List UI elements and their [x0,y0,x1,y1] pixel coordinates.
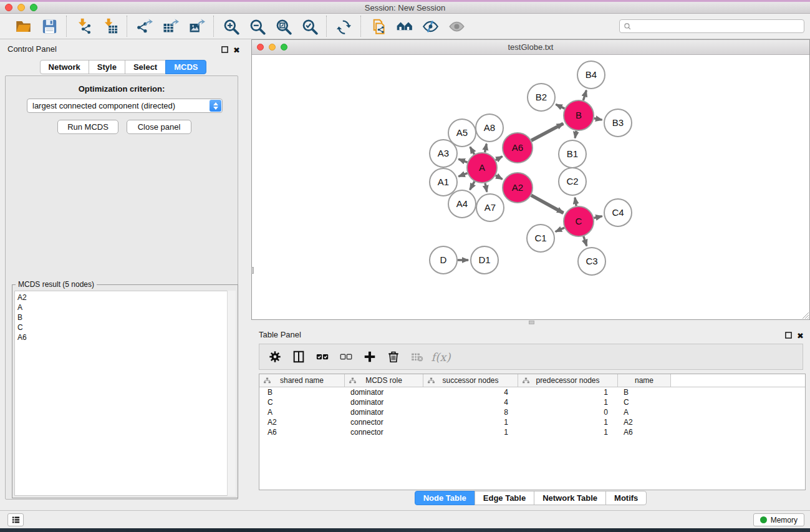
search-field[interactable] [619,19,804,33]
edge-A-A4[interactable] [470,181,475,190]
resize-grip[interactable] [801,311,809,319]
splitter-handle[interactable] [529,321,534,324]
tab-select[interactable]: Select [125,60,166,74]
save-session-button[interactable] [38,16,60,36]
edge-B-B4[interactable] [583,90,586,100]
tab-motifs[interactable]: Motifs [605,491,647,505]
task-history-button[interactable] [7,513,24,526]
cell-predecessor-nodes[interactable]: 1 [518,427,618,437]
result-item[interactable]: B [17,312,235,322]
network-minimize-button[interactable] [269,44,276,51]
edge-A-A2[interactable] [496,175,503,179]
cell-predecessor-nodes[interactable]: 1 [518,387,618,397]
import-network-button[interactable] [72,16,95,36]
delete-table-button[interactable] [407,346,428,367]
edge-C-C2[interactable] [575,198,576,206]
zoom-in-button[interactable] [219,16,242,36]
result-scrollbar[interactable] [227,291,236,496]
edge-A-A1[interactable] [458,173,467,177]
tab-network-table[interactable]: Network Table [534,491,606,505]
cell-MCDS-role[interactable]: connector [345,427,423,437]
node-A3[interactable]: A3 [430,140,457,167]
tab-edge-table[interactable]: Edge Table [475,491,534,505]
cell-MCDS-role[interactable]: dominator [345,387,423,397]
edge-B-B3[interactable] [594,118,602,120]
column-header-predecessor-nodes[interactable]: predecessor nodes [518,374,618,387]
cell-name[interactable]: C [618,397,671,407]
result-item[interactable]: A6 [17,332,235,342]
node-C3[interactable]: C3 [578,248,605,275]
node-B[interactable]: B [564,100,594,130]
zoom-selected-button[interactable] [298,16,321,36]
node-B3[interactable]: B3 [604,109,632,137]
table-row[interactable]: Cdominator41C [259,397,805,407]
node-B1[interactable]: B1 [559,140,586,168]
edge-B-B2[interactable] [556,104,564,109]
network-canvas[interactable]: B4B2BB3A8A5A6A3B1AC2A1A2A4A7C4CC1DD1C3 [252,55,809,319]
cell-MCDS-role[interactable]: dominator [345,407,423,417]
memory-button[interactable]: Memory [753,513,804,526]
search-input[interactable] [634,21,800,32]
zoom-out-button[interactable] [246,16,268,36]
show-hide-button[interactable] [445,16,468,36]
hide-graphics-details-button[interactable] [419,16,441,36]
cell-shared-name[interactable]: A [259,407,345,417]
column-header-shared-name[interactable]: shared name [259,374,345,387]
network-window-titlebar[interactable]: testGlobe.txt [252,40,809,55]
tab-mcds[interactable]: MCDS [165,60,206,74]
cell-name[interactable]: A6 [618,427,671,437]
tab-style[interactable]: Style [89,60,125,74]
table-row[interactable]: A2connector11A2 [259,417,805,427]
node-A1[interactable]: A1 [430,168,457,196]
float-table-panel-icon[interactable] [785,330,792,341]
cell-successor-nodes[interactable]: 4 [423,397,518,407]
cell-successor-nodes[interactable]: 1 [423,417,518,427]
edge-C-C1[interactable] [556,228,564,231]
network-close-button[interactable] [257,44,264,51]
edge-A-A6[interactable] [496,157,503,160]
node-D[interactable]: D [430,246,457,274]
column-header-successor-nodes[interactable]: successor nodes [423,374,518,387]
tab-node-table[interactable]: Node Table [415,491,475,505]
cell-shared-name[interactable]: A2 [259,417,345,427]
first-neighbors-button[interactable] [393,16,415,36]
table-row[interactable]: Adominator80A [259,407,805,417]
close-panel-button[interactable]: Close panel [127,120,191,134]
edge-A-A8[interactable] [485,144,487,153]
zoom-window-button[interactable] [30,4,37,11]
node-D1[interactable]: D1 [471,246,498,274]
node-C[interactable]: C [564,206,594,236]
edge-B-B1[interactable] [575,131,576,138]
edge-A6-B[interactable] [531,123,563,140]
cell-successor-nodes[interactable]: 1 [423,427,518,437]
close-window-button[interactable] [5,4,12,11]
delete-column-button[interactable] [383,346,404,367]
zoom-fit-button[interactable] [272,16,294,36]
unselect-all-columns-button[interactable] [335,346,357,367]
export-network-button[interactable] [133,16,155,36]
cell-shared-name[interactable]: C [259,397,345,407]
tab-network[interactable]: Network [40,60,89,74]
node-C1[interactable]: C1 [527,225,554,252]
column-header-MCDS-role[interactable]: MCDS role [345,374,423,387]
import-table-button[interactable] [99,16,121,36]
node-B4[interactable]: B4 [577,61,605,89]
network-zoom-button[interactable] [281,44,287,51]
export-image-button[interactable] [185,16,208,36]
mcds-result-list[interactable]: A2ABCA6 [14,291,236,496]
result-item[interactable]: A [17,302,235,312]
table-row[interactable]: Bdominator41B [259,387,805,397]
node-C4[interactable]: C4 [604,199,632,226]
show-columns-button[interactable] [288,346,309,367]
node-A[interactable]: A [467,153,497,183]
node-C2[interactable]: C2 [559,168,586,195]
edge-A-A7[interactable] [485,183,487,191]
edge-A2-C[interactable] [531,195,564,213]
edge-C-C4[interactable] [594,216,602,218]
edge-A-A5[interactable] [470,147,475,155]
result-item[interactable]: C [17,322,235,332]
refresh-layout-button[interactable] [332,16,355,36]
close-panel-icon[interactable]: ✖ [233,47,240,54]
open-file-button[interactable] [12,16,34,36]
close-table-panel-icon[interactable]: ✖ [797,332,804,339]
